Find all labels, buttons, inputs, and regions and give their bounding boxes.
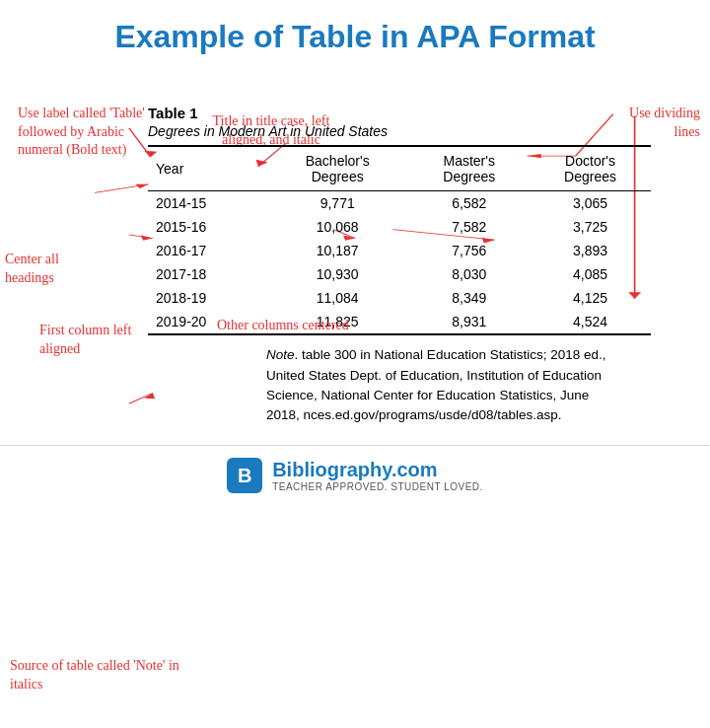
footer-text-block: Bibliography.com TEACHER APPROVED. STUDE… [272,459,483,492]
table-cell-data: 7,582 [408,215,530,239]
table-cell-data: 10,187 [266,239,408,262]
col-header-doctor: Doctor'sDegrees [530,146,651,191]
col-header-bachelor: Bachelor'sDegrees [266,146,408,191]
table-cell-data: 3,065 [530,191,651,216]
table-cell-data: 4,524 [530,310,651,334]
table-cell-data: 4,085 [530,262,651,286]
note-label: Note [266,347,295,362]
table-cell-year: 2016-17 [148,239,266,262]
content-area: Use label called 'Table' followed by Ara… [0,105,710,435]
annotation-source: Source of table called 'Note' in italics [10,657,182,692]
table-cell-data: 11,084 [266,286,408,310]
footer-tagline: TEACHER APPROVED. STUDENT LOVED. [272,481,483,492]
footer-site-name[interactable]: Bibliography.com [272,459,483,481]
table-header-row: Year Bachelor'sDegrees Master'sDegrees D… [148,146,651,191]
table-row: 2015-1610,0687,5823,725 [148,215,651,239]
table-cell-data: 7,756 [408,239,530,262]
note-text: . table 300 in National Education Statis… [266,347,605,422]
table-row: 2014-159,7716,5823,065 [148,191,651,216]
table-cell-data: 10,930 [266,262,408,286]
table-cell-year: 2014-15 [148,191,266,216]
annotation-first-col: First column left aligned [39,322,168,357]
footer-logo-letter: B [238,465,251,487]
table-cell-data: 8,030 [408,262,530,286]
table-cell-data: 3,725 [530,215,651,239]
table-cell-data: 3,893 [530,239,651,262]
table-title: Degrees in Modern Art in United States [148,123,651,139]
table-row: 2018-1911,0848,3494,125 [148,286,651,310]
table-container: Table 1 Degrees in Modern Art in United … [148,105,651,425]
svg-marker-10 [135,184,148,188]
table-cell-year: 2017-18 [148,262,266,286]
svg-line-9 [95,184,149,193]
table-cell-data: 8,931 [408,310,530,334]
table-row: 2017-1810,9308,0304,085 [148,262,651,286]
table-cell-year: 2018-19 [148,286,266,310]
table-label: Table 1 [148,105,651,121]
footer-logo: B [227,458,262,493]
col-header-master: Master'sDegrees [408,146,530,191]
annotation-top-left: Use label called 'Table' followed by Ara… [18,105,146,159]
footer: B Bibliography.com TEACHER APPROVED. STU… [0,445,710,503]
table-cell-data: 6,582 [408,191,530,216]
table-cell-year: 2015-16 [148,215,266,239]
table-cell-data: 9,771 [266,191,408,216]
annotation-center-headings: Center all headings [5,251,89,286]
table-cell-data: 8,349 [408,286,530,310]
apa-table: Year Bachelor'sDegrees Master'sDegrees D… [148,145,651,335]
table-cell-data: 4,125 [530,286,651,310]
col-header-year: Year [148,146,266,191]
page-wrapper: Example of Table in APA Format [0,0,710,503]
main-title: Example of Table in APA Format [0,0,710,65]
table-cell-data: 10,068 [266,215,408,239]
note-section: Note. table 300 in National Education St… [266,345,621,425]
table-row: 2016-1710,1877,7563,893 [148,239,651,262]
annotation-other-cols: Other columns centered [217,317,375,334]
